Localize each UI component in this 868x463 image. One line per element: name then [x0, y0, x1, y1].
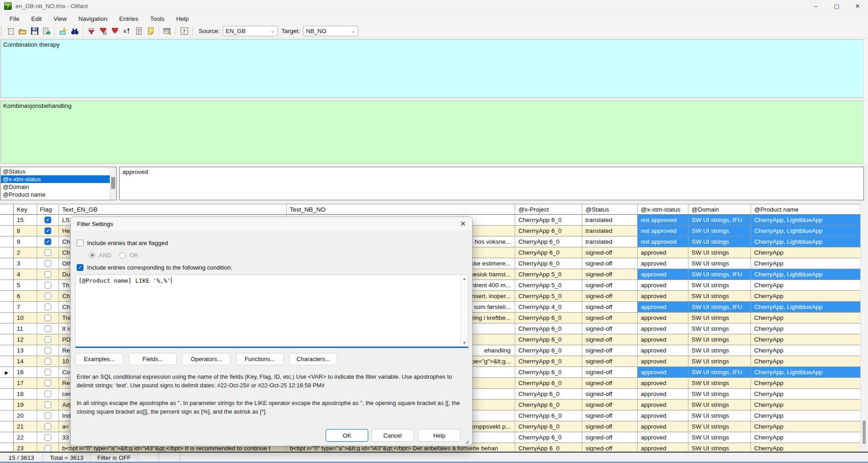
flag-checkbox[interactable]	[44, 314, 51, 321]
flag-checkbox[interactable]	[44, 412, 51, 419]
flag-checkbox[interactable]	[44, 238, 51, 245]
save-button[interactable]	[29, 26, 40, 37]
flag-checkbox[interactable]	[44, 325, 51, 332]
scrollbar-thumb[interactable]	[863, 420, 866, 444]
scroll-up-icon[interactable]: ▲	[463, 276, 467, 281]
dialog-close-icon[interactable]: ✕	[460, 220, 466, 228]
attribute-list: @Status@x-xtm-status@Domain@Product name	[0, 167, 117, 200]
column-header-text-en[interactable]: Text_EN_GB	[59, 204, 287, 214]
condition-scrollbar[interactable]: ▲ ▼	[460, 275, 468, 347]
include-flagged-checkbox[interactable]	[77, 240, 83, 246]
column-header-project[interactable]: @x-Project	[515, 204, 582, 214]
attribute-item[interactable]: @Status	[1, 168, 110, 175]
new-entry-button[interactable]	[58, 26, 68, 37]
target-pane-scrollbar[interactable]	[863, 101, 868, 164]
and-or-row: AND OR	[89, 252, 138, 259]
condition-text: [@Product name] LIKE '%,%'	[78, 277, 171, 284]
attribute-item[interactable]: @Domain	[1, 183, 110, 191]
source-text-pane[interactable]: Combination therapy	[0, 39, 864, 98]
clear-flags-button[interactable]	[86, 26, 97, 37]
toolbar-grip[interactable]	[1, 27, 3, 36]
flag-checkbox[interactable]	[44, 260, 51, 267]
flag-checkbox[interactable]	[44, 358, 51, 365]
flag-checkbox[interactable]	[44, 271, 51, 278]
menu-item[interactable]: View	[48, 14, 73, 24]
include-condition-checkbox[interactable]	[77, 264, 83, 271]
flag-checkbox[interactable]	[44, 445, 51, 451]
flag-checkbox[interactable]	[44, 293, 51, 299]
toolbar-separator	[54, 27, 55, 36]
close-button[interactable]: ✕	[847, 0, 868, 13]
flag-checkbox[interactable]	[44, 434, 51, 441]
flag-checkbox[interactable]	[44, 391, 51, 397]
attribute-item[interactable]: @x-xtm-status	[1, 175, 110, 183]
flag-checkbox[interactable]	[44, 282, 51, 289]
column-header-xtm-status[interactable]: @x-xtm-status	[638, 204, 688, 214]
ok-button[interactable]: OK	[326, 429, 368, 442]
notes-button[interactable]	[145, 26, 156, 37]
attribute-item[interactable]: @Product name	[1, 191, 110, 198]
target-text-pane[interactable]: Kombinasjonsbehandling	[0, 101, 864, 164]
scroll-down-icon[interactable]: ▼	[463, 341, 467, 345]
source-language-select[interactable]: EN_GB ⌄	[223, 26, 278, 36]
column-header-key[interactable]: Key	[14, 204, 37, 214]
or-radio[interactable]	[119, 252, 126, 259]
flag-checkbox[interactable]	[44, 423, 51, 430]
operators-button[interactable]: Operators...	[182, 353, 230, 365]
new-document-button[interactable]	[5, 26, 16, 37]
cell-status: signed-off	[582, 269, 638, 280]
condition-input[interactable]: [@Product name] LIKE '%,%'	[76, 275, 460, 347]
export-button[interactable]	[41, 26, 52, 37]
flag-checkbox[interactable]	[44, 217, 51, 223]
column-header-domain[interactable]: @Domain	[688, 204, 751, 214]
cell-xtm-status: approved	[638, 302, 688, 312]
target-language-select[interactable]: NB_NO ⌄	[303, 26, 358, 36]
characters-button[interactable]: Characters...	[289, 353, 337, 365]
properties-button[interactable]	[162, 26, 173, 37]
apply-filter-button[interactable]	[110, 26, 121, 37]
functions-button[interactable]: Functions...	[236, 353, 284, 365]
menu-item[interactable]: Help	[170, 14, 195, 24]
attribute-list-scrollbar[interactable]	[110, 167, 116, 200]
examples-button[interactable]: Examples...	[75, 353, 123, 365]
grid-vertical-scrollbar[interactable]	[860, 204, 868, 451]
column-header-product[interactable]: @Product name	[751, 204, 860, 214]
flag-checkbox[interactable]	[44, 380, 51, 386]
help-dialog-button[interactable]: Help	[418, 429, 460, 442]
dialog-title-bar[interactable]: Filter Settings ✕	[71, 217, 472, 231]
flag-checkbox[interactable]	[44, 401, 51, 408]
attribute-value-box[interactable]: approved	[119, 167, 864, 200]
minimize-button[interactable]: –	[805, 0, 826, 13]
fields-button[interactable]: Fields...	[129, 353, 177, 365]
view-document-button[interactable]	[133, 26, 144, 37]
cell-project: CherrryApp 6_0	[515, 378, 582, 388]
menu-item[interactable]: File	[4, 14, 25, 24]
column-header-text-nb[interactable]: Text_NB_NO	[287, 204, 515, 214]
scrollbar-thumb[interactable]	[111, 177, 115, 189]
and-radio[interactable]	[89, 252, 95, 259]
cell-domain: SW UI strings	[688, 323, 751, 334]
column-header-flag[interactable]: Flag	[37, 204, 59, 214]
flag-checkbox[interactable]	[44, 336, 51, 343]
resize-grip[interactable]: ◢	[465, 439, 470, 444]
flag-filter-button[interactable]	[98, 26, 109, 37]
source-pane-scrollbar[interactable]	[863, 39, 868, 98]
column-header-status[interactable]: @Status	[582, 204, 638, 214]
cell-project: CherryApp 6_0	[515, 258, 582, 269]
cancel-button[interactable]: Cancel	[371, 429, 414, 442]
menu-item[interactable]: Navigation	[73, 14, 113, 24]
flag-checkbox[interactable]	[44, 347, 51, 354]
maximize-button[interactable]: ▢	[826, 0, 847, 13]
menu-item[interactable]: Entries	[113, 14, 144, 24]
cell-product: CherryApp	[751, 410, 860, 421]
flag-checkbox[interactable]	[44, 249, 51, 256]
find-button[interactable]	[69, 26, 80, 37]
sort-button[interactable]: a	[122, 26, 132, 37]
flag-checkbox[interactable]	[44, 304, 51, 310]
menu-item[interactable]: Edit	[25, 14, 48, 24]
flag-checkbox[interactable]	[44, 369, 51, 376]
help-button[interactable]: ?	[179, 26, 190, 37]
open-file-button[interactable]	[17, 26, 28, 37]
flag-checkbox[interactable]	[44, 227, 51, 234]
menu-item[interactable]: Tools	[144, 14, 171, 24]
